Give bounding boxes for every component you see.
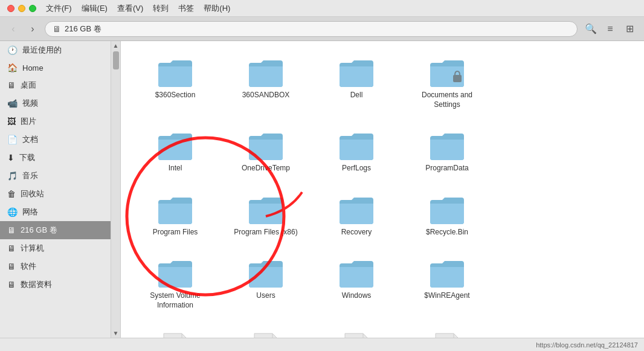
sidebar-label-document: 文档 <box>22 134 103 145</box>
folder-intel[interactable]: Intel <box>133 126 217 178</box>
folder-dell[interactable]: Dell <box>314 53 399 105</box>
menu-bar: 文件(F) 编辑(E) 查看(V) 转到 书签 帮助(H) <box>46 3 230 14</box>
folder-icon <box>429 131 465 160</box>
back-button[interactable]: ‹ <box>6 22 21 36</box>
folder-winreagent[interactable]: $WinREAgent <box>405 254 489 306</box>
sidebar-label-picture: 图片 <box>21 116 103 127</box>
sidebar-item-home[interactable]: 🏠 Home <box>0 59 111 76</box>
status-url: https://blog.csdn.net/qq_22124817 <box>536 341 638 349</box>
folder-recycle-bin[interactable]: $Recycle.Bin <box>405 190 489 242</box>
folder-label-recovery: Recovery <box>341 228 372 237</box>
folder-system-volume[interactable]: System Volume Information <box>133 254 217 315</box>
title-bar: 文件(F) 编辑(E) 查看(V) 转到 书签 帮助(H) <box>0 0 644 17</box>
folder-label-windows: Windows <box>342 291 372 301</box>
folder-icon <box>157 195 193 224</box>
folder-icon <box>248 259 284 288</box>
scrollbar-down-arrow[interactable]: ▼ <box>113 330 119 337</box>
sidebar-item-download[interactable]: ⬇ 下载 <box>0 149 111 167</box>
location-label: 216 GB 卷 <box>65 24 101 34</box>
sidebar-item-data[interactable]: 🖥 数据资料 <box>0 275 111 294</box>
sidebar-item-document[interactable]: 📄 文档 <box>0 130 111 149</box>
folder-recovery[interactable]: Recovery <box>314 190 399 242</box>
folder-onedrivetemp[interactable]: OneDriveTemp <box>224 126 308 178</box>
folder-perflogs[interactable]: PerfLogs <box>314 126 399 178</box>
video-icon: 📹 <box>7 98 18 108</box>
desktop-icon: 🖥 <box>7 80 16 90</box>
menu-edit[interactable]: 编辑(E) <box>82 3 108 14</box>
sidebar-item-desktop[interactable]: 🖥 桌面 <box>0 76 111 94</box>
music-icon: 🎵 <box>7 171 18 181</box>
sidebar-item-volume[interactable]: 🖥 216 GB 卷 <box>0 221 111 239</box>
file-hiberfil-sys[interactable]: 1 0 101 1010 hiberfil.sys <box>314 327 399 338</box>
file-icon: 1 0 101 1010 <box>161 332 189 338</box>
sidebar-label-recent: 最近使用的 <box>22 45 103 56</box>
folder-program-files-x86[interactable]: Program Files (x86) <box>224 190 308 242</box>
list-view-button[interactable]: ≡ <box>602 21 619 37</box>
folder-360section[interactable]: $360Section <box>133 53 217 105</box>
folder-label-dell: Dell <box>350 91 363 100</box>
menu-bookmark[interactable]: 书签 <box>178 3 194 14</box>
svg-rect-1 <box>453 75 462 82</box>
search-button[interactable]: 🔍 <box>582 21 599 37</box>
file-dumpstack-log-tmp[interactable]: 1 0 101 1010 DumpStack.log.tmp <box>224 327 308 338</box>
folder-program-files[interactable]: Program Files <box>133 190 217 242</box>
folder-360sandbox[interactable]: 360SANDBOX <box>224 53 308 105</box>
recent-icon: 🕐 <box>7 45 18 55</box>
menu-goto[interactable]: 转到 <box>153 3 169 14</box>
folder-label-program-files: Program Files <box>153 228 198 237</box>
sidebar-label-trash: 回收站 <box>21 188 103 199</box>
menu-view[interactable]: 查看(V) <box>117 3 143 14</box>
scrollbar-up-arrow[interactable]: ▲ <box>113 42 119 49</box>
sidebar-item-recent[interactable]: 🕐 最近使用的 <box>0 41 111 59</box>
folder-programdata[interactable]: ProgramData <box>405 126 489 178</box>
sidebar-label-computer: 计算机 <box>21 243 103 254</box>
file-icon: 1 0 101 1010 <box>343 332 370 338</box>
software-icon: 🖥 <box>7 262 16 271</box>
download-icon: ⬇ <box>7 153 14 163</box>
data-icon: 🖥 <box>7 280 16 289</box>
sidebar-item-picture[interactable]: 🖼 图片 <box>0 112 111 130</box>
folder-icon <box>157 259 193 288</box>
volume-icon: 🖥 <box>7 225 16 235</box>
sidebar-item-software[interactable]: 🖥 软件 <box>0 257 111 275</box>
sidebar-item-network[interactable]: 🌐 网络 <box>0 203 111 221</box>
sidebar-item-trash[interactable]: 🗑 回收站 <box>0 185 111 203</box>
grid-view-button[interactable]: ⊞ <box>621 21 638 37</box>
content-area: $360Section 360SANDBOX D <box>121 41 644 338</box>
traffic-lights <box>7 5 36 12</box>
sidebar-item-computer[interactable]: 🖥 计算机 <box>0 239 111 257</box>
sidebar-item-video[interactable]: 📹 视频 <box>0 94 111 112</box>
folder-users[interactable]: Users <box>224 254 308 306</box>
file-dumpstack-log[interactable]: 1 0 101 1010 DumpStack.log <box>133 327 217 338</box>
sidebar-label-download: 下载 <box>19 152 103 163</box>
folder-documents-settings[interactable]: Documents and Settings <box>405 53 489 114</box>
folder-label-users: Users <box>256 291 275 301</box>
forward-button[interactable]: › <box>25 22 40 36</box>
main-layout: 🕐 最近使用的 🏠 Home 🖥 桌面 📹 视频 🖼 图片 📄 文档 <box>0 41 644 338</box>
folder-label-program-files-x86: Program Files (x86) <box>234 228 297 237</box>
file-pagefile-sys[interactable]: 1 0 101 1010 pagefile.sys <box>405 327 489 338</box>
sidebar-scrollbar[interactable]: ▲ ▼ <box>111 41 120 338</box>
toolbar-actions: 🔍 ≡ ⊞ <box>582 21 638 37</box>
folder-windows[interactable]: Windows <box>314 254 399 306</box>
close-button[interactable] <box>7 5 14 12</box>
sidebar-item-music[interactable]: 🎵 音乐 <box>0 167 111 185</box>
minimize-button[interactable] <box>18 5 25 12</box>
sidebar-label-volume: 216 GB 卷 <box>21 225 103 236</box>
document-icon: 📄 <box>7 135 18 144</box>
file-grid: $360Section 360SANDBOX D <box>133 53 632 338</box>
folder-icon <box>157 131 193 160</box>
location-bar[interactable]: 🖥 216 GB 卷 <box>45 21 578 37</box>
sidebar-label-network: 网络 <box>22 207 103 217</box>
menu-file[interactable]: 文件(F) <box>46 3 72 14</box>
folder-icon <box>248 58 284 87</box>
maximize-button[interactable] <box>29 5 36 12</box>
folder-label-360sandbox: 360SANDBOX <box>242 91 290 100</box>
menu-help[interactable]: 帮助(H) <box>204 3 230 14</box>
file-icon: 1 0 101 1010 <box>252 332 280 338</box>
network-icon: 🌐 <box>7 207 18 217</box>
sidebar-label-desktop: 桌面 <box>21 80 103 91</box>
scrollbar-thumb[interactable] <box>113 51 119 69</box>
folder-icon <box>248 131 284 160</box>
folder-icon <box>248 195 284 224</box>
